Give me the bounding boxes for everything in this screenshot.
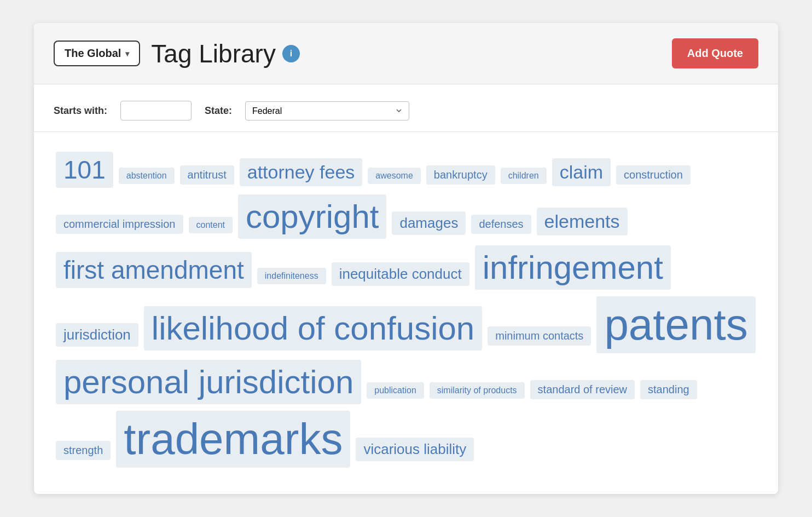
info-icon[interactable]: i bbox=[282, 45, 300, 62]
tag-standing[interactable]: standing bbox=[640, 380, 697, 399]
tag-indefiniteness[interactable]: indefiniteness bbox=[257, 268, 326, 284]
starts-with-input[interactable] bbox=[120, 101, 192, 120]
tag-awesome[interactable]: awesome bbox=[368, 168, 420, 184]
context-dropdown-button[interactable]: The Global ▾ bbox=[54, 41, 140, 66]
tag-trademarks[interactable]: trademarks bbox=[116, 411, 350, 468]
page-title: Tag Library i bbox=[151, 39, 300, 68]
tag-damages[interactable]: damages bbox=[392, 211, 466, 235]
tag-commercial-impression[interactable]: commercial impression bbox=[56, 215, 183, 234]
filters-bar: Starts with: State: FederalAlabamaAlaska… bbox=[34, 84, 778, 132]
header: The Global ▾ Tag Library i Add Quote bbox=[34, 23, 778, 84]
tag-cloud-inner: 101abstentionantitrustattorney feesaweso… bbox=[56, 152, 756, 468]
tag-defenses[interactable]: defenses bbox=[471, 215, 531, 234]
tag-first-amendment[interactable]: first amendment bbox=[56, 252, 252, 288]
tag-standard-of-review[interactable]: standard of review bbox=[530, 380, 635, 399]
tag-personal-jurisdiction[interactable]: personal jurisdiction bbox=[56, 360, 361, 404]
tag-strength[interactable]: strength bbox=[56, 441, 111, 460]
tag-content[interactable]: content bbox=[189, 217, 233, 233]
header-left: The Global ▾ Tag Library i bbox=[54, 39, 300, 68]
tag-patents[interactable]: patents bbox=[596, 296, 755, 353]
tag-abstention[interactable]: abstention bbox=[119, 168, 175, 184]
main-card: The Global ▾ Tag Library i Add Quote Sta… bbox=[34, 23, 778, 494]
tag-101[interactable]: 101 bbox=[56, 152, 113, 188]
starts-with-label: Starts with: bbox=[54, 105, 107, 117]
tag-likelihood-of-confusion[interactable]: likelihood of confusion bbox=[144, 306, 482, 351]
tag-infringement[interactable]: infringement bbox=[475, 245, 671, 290]
state-select[interactable]: FederalAlabamaAlaskaArizonaArkansasCalif… bbox=[245, 101, 409, 120]
tag-inequitable-conduct[interactable]: inequitable conduct bbox=[332, 262, 469, 286]
tag-antitrust[interactable]: antitrust bbox=[180, 165, 234, 185]
state-label: State: bbox=[205, 105, 232, 117]
context-dropdown-label: The Global bbox=[65, 47, 121, 60]
tag-vicarious-liability[interactable]: vicarious liability bbox=[356, 438, 474, 461]
tag-construction[interactable]: construction bbox=[616, 165, 691, 185]
chevron-down-icon: ▾ bbox=[125, 49, 129, 58]
tag-copyright[interactable]: copyright bbox=[238, 194, 386, 239]
add-quote-button[interactable]: Add Quote bbox=[672, 38, 758, 68]
tag-elements[interactable]: elements bbox=[537, 208, 628, 235]
tag-children[interactable]: children bbox=[501, 168, 547, 184]
tag-publication[interactable]: publication bbox=[367, 382, 424, 399]
tag-minimum-contacts[interactable]: minimum contacts bbox=[488, 326, 591, 346]
tag-similarity-of-products[interactable]: similarity of products bbox=[430, 382, 525, 399]
tag-cloud: 101abstentionantitrustattorney feesaweso… bbox=[34, 132, 778, 494]
tag-claim[interactable]: claim bbox=[552, 158, 611, 186]
tag-bankruptcy[interactable]: bankruptcy bbox=[426, 165, 495, 185]
tag-attorney-fees[interactable]: attorney fees bbox=[240, 158, 363, 186]
tag-jurisdiction[interactable]: jurisdiction bbox=[56, 323, 138, 347]
